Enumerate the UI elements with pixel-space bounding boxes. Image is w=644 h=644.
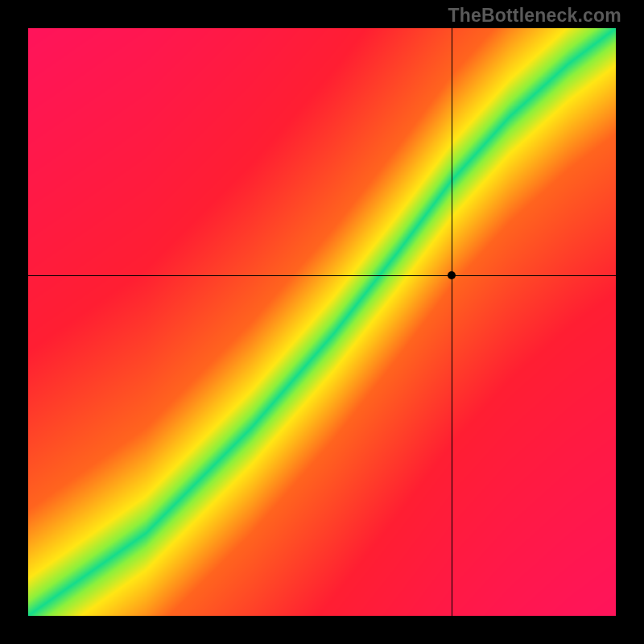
heatmap-canvas <box>28 28 616 616</box>
chart-frame: TheBottleneck.com <box>0 0 644 644</box>
crosshair-vertical <box>452 28 452 616</box>
crosshair-horizontal <box>28 275 616 276</box>
heatmap-plot <box>28 28 616 616</box>
selected-point-marker <box>448 271 456 279</box>
attribution-label: TheBottleneck.com <box>448 5 621 27</box>
